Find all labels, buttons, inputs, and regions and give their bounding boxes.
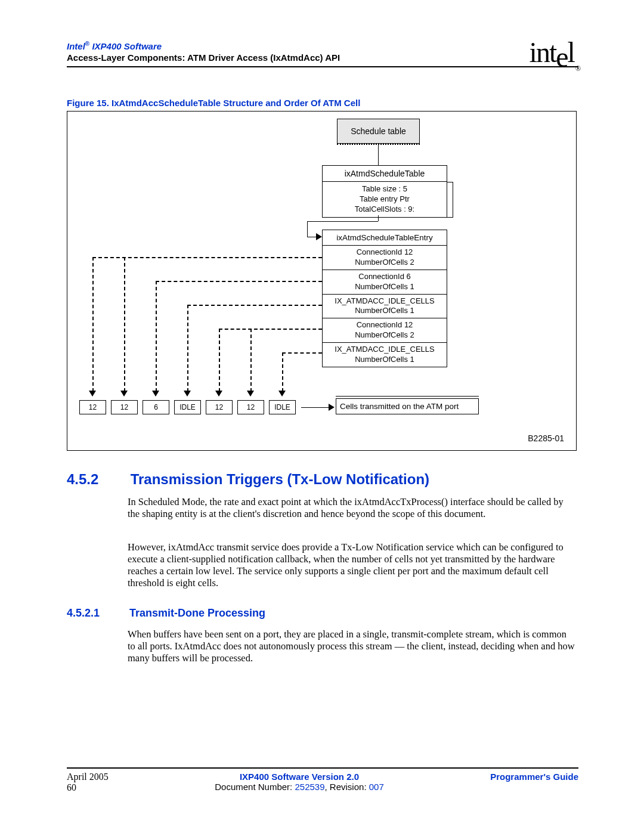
entry-struct-name: ixAtmdScheduleTableEntry [322,230,447,246]
footer-center: IXP400 Software Version 2.0 Document Num… [215,772,384,793]
section-heading-4-5-2-1: 4.5.2.1 Transmit-Done Processing [67,607,265,620]
entry-num-cells: NumberOfCells 1 [324,282,445,292]
dash-connector [282,352,322,354]
entry-row: IX_ATMDACC_IDLE_CELLS NumberOfCells 1 [322,295,447,319]
dash-connector [187,305,188,392]
arrowhead-right [329,404,335,411]
entry-row: ConnectionId 6 NumberOfCells 1 [322,270,447,295]
section-title: Transmission Triggers (Tx-Low Notificati… [131,471,429,487]
paragraph: However, ixAtmdAcc transmit service does… [128,541,576,590]
cell: IDLE [269,400,296,414]
dash-connector [250,329,252,392]
revision-number: 007 [369,782,384,792]
figure-caption: Figure 15. IxAtmdAccScheduleTable Struct… [67,98,360,108]
cell: 12 [79,400,106,414]
dash-connector [282,352,283,392]
footer-date: April 2005 [67,772,109,782]
schedule-entry-stack: ixAtmdScheduleTableEntry ConnectionId 12… [322,230,447,367]
arrowhead-down [247,391,254,397]
arrowhead-down [152,391,159,397]
arrowhead-right [316,233,322,240]
dash-connector [219,329,220,392]
dash-connector [124,257,125,392]
connector-line [378,215,379,221]
table-size: Table size : 5 [324,184,445,194]
logo-registered-mark: ® [575,64,580,73]
entry-conn-id: ConnectionId 12 [324,320,445,330]
docnum-prefix: Document Number: [215,782,295,792]
cell: 12 [111,400,138,414]
arrowhead-down [89,391,96,397]
table-side-bar [447,182,453,218]
cell: 6 [143,400,169,414]
entry-row: ConnectionId 12 NumberOfCells 2 [322,318,447,343]
intel-logo: intel® [530,36,578,71]
entry-row: ConnectionId 12 NumberOfCells 2 [322,246,447,270]
connector-line [307,221,308,237]
connector-line [307,221,378,222]
schedule-table-label: Schedule table [351,126,406,136]
entry-row: IX_ATMDACC_IDLE_CELLS NumberOfCells 1 [322,343,447,367]
footer-document-line: Document Number: 252539, Revision: 007 [215,782,384,792]
cells-transmitted-label: Cells transmitted on the ATM port [340,402,459,411]
arrowhead-down [184,391,191,397]
dash-connector [92,257,94,392]
dash-connector [156,281,157,392]
paragraph: When buffers have been sent on a port, t… [128,628,576,664]
schedule-table-details: Table size : 5 Table entry Ptr TotalCell… [322,182,447,218]
arrowhead-down [215,391,222,397]
dash-connector [92,257,322,258]
footer-left: April 2005 60 [67,772,109,793]
page-footer: April 2005 60 IXP400 Software Version 2.… [67,767,578,793]
entry-num-cells: NumberOfCells 2 [324,330,445,340]
footer-version: IXP400 Software Version 2.0 [215,772,384,782]
footer-page-number: 60 [67,782,109,793]
connector-line [301,407,331,408]
entry-conn-id: ConnectionId 12 [324,247,445,258]
paragraph: In Scheduled Mode, the rate and exact po… [128,496,576,520]
footer-guide-label: Programmer's Guide [490,772,578,793]
section-number: 4.5.2.1 [67,607,126,620]
arrowhead-down [120,391,128,397]
rev-prefix: , Revision: [325,782,369,792]
product-line: Intel® IXP400 Software [67,41,340,51]
product-name: Intel [67,41,85,51]
page-header: Intel® IXP400 Software Access-Layer Comp… [67,41,578,67]
cell: IDLE [174,400,201,414]
entry-num-cells: NumberOfCells 1 [324,306,445,316]
document-number: 252539 [295,782,324,792]
entry-conn-id: IX_ATMDACC_IDLE_CELLS [324,345,445,355]
figure-diagram: Schedule table ixAtmdScheduleTable Table… [67,111,577,451]
schedule-table-struct: ixAtmdScheduleTable Table size : 5 Table… [322,165,447,218]
chapter-subtitle: Access-Layer Components: ATM Driver Acce… [67,52,340,63]
total-cell-slots: TotalCellSlots : 9: [324,205,445,215]
cell: 12 [237,400,264,414]
cells-transmitted-box: Cells transmitted on the ATM port [336,398,479,414]
schedule-table-name: ixAtmdScheduleTable [322,165,447,182]
diagram-reference-id: B2285-01 [528,433,564,443]
entry-num-cells: NumberOfCells 2 [324,258,445,268]
dash-connector [219,329,322,330]
entry-conn-id: ConnectionId 6 [324,272,445,282]
entry-conn-id: IX_ATMDACC_IDLE_CELLS [324,296,445,306]
header-text-block: Intel® IXP400 Software Access-Layer Comp… [67,41,340,63]
cell-strip: 12 12 6 IDLE 12 12 IDLE [79,400,301,414]
connector-line [378,145,379,165]
entry-num-cells: NumberOfCells 1 [324,355,445,365]
dash-connector [156,281,322,282]
product-suffix: IXP400 Software [89,41,162,51]
dash-connector [187,305,322,306]
section-number: 4.5.2 [67,471,126,488]
section-title: Transmit-Done Processing [129,607,265,619]
cell: 12 [206,400,233,414]
cells-tx-top-rule [336,396,479,397]
schedule-table-box: Schedule table [337,119,420,144]
arrowhead-down [278,391,286,397]
table-entry-ptr: Table entry Ptr [324,194,445,205]
section-heading-4-5-2: 4.5.2 Transmission Triggers (Tx-Low Noti… [67,471,429,488]
